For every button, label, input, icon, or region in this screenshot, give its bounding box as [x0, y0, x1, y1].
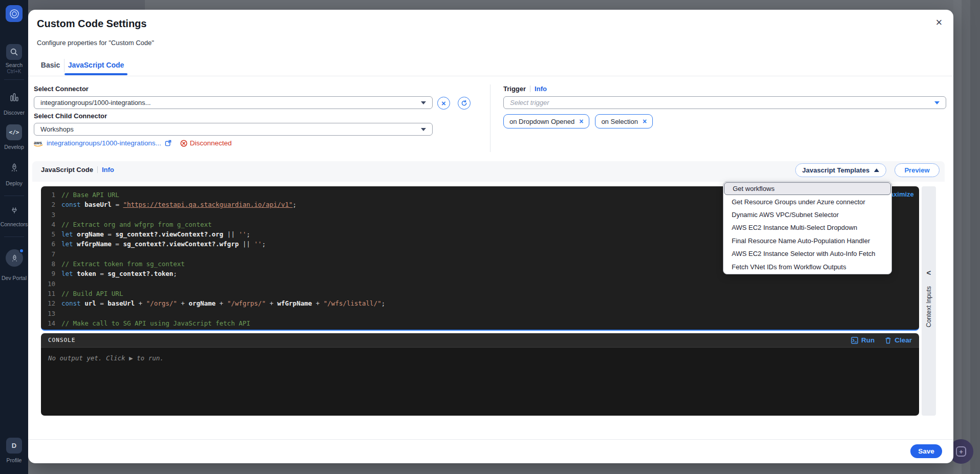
code-line: 13	[41, 309, 919, 318]
code-token: baseUrl	[108, 298, 135, 308]
template-menu-item[interactable]: Dynamic AWS VPC/Subnet Selector	[723, 208, 891, 221]
template-menu-item[interactable]: AWS EC2 Instance Selector with Auto-Info…	[723, 247, 891, 260]
javascript-code-info-link[interactable]: Info	[102, 166, 114, 174]
tab-javascript-code[interactable]: JavaScript Code	[65, 61, 127, 69]
sidebar-item-deploy[interactable]	[0, 163, 28, 172]
code-line: 12const url = baseUrl + "/orgs/" + orgNa…	[41, 298, 919, 308]
select-connector-label: Select Connector	[34, 85, 89, 93]
status-badge: Disconnected	[180, 139, 232, 147]
trigger-chip-label: on Dropdown Opened	[509, 118, 574, 125]
console-header: CONSOLE Run Clear	[41, 333, 919, 348]
code-token: +	[216, 298, 227, 308]
code-token: ;	[262, 239, 266, 249]
clear-connector-button[interactable]: ×	[437, 97, 450, 110]
custom-code-settings-modal: Custom Code Settings × Configure propert…	[28, 10, 953, 463]
close-icon[interactable]: ×	[932, 15, 946, 30]
sidebar-label-connectors: Connectors	[0, 221, 28, 227]
status-text: Disconnected	[190, 139, 232, 147]
remove-chip-icon[interactable]: ×	[579, 117, 583, 125]
trigger-label-text: Trigger	[503, 85, 526, 93]
remove-chip-icon[interactable]: ×	[643, 117, 647, 125]
code-token: "https://testapi.qa.stackguardian.io/api…	[123, 200, 292, 209]
code-token: // Make call to SG API using JavaScript …	[61, 318, 250, 328]
line-number: 11	[43, 289, 55, 298]
code-token: let	[61, 269, 73, 278]
code-token: ''	[239, 229, 246, 239]
select-trigger-dropdown[interactable]: Select trigger	[503, 96, 946, 109]
line-number: 3	[43, 210, 55, 220]
javascript-code-label: JavaScript CodeInfo	[41, 166, 114, 174]
plus-icon: +	[956, 446, 966, 457]
line-number: 5	[43, 229, 55, 239]
line-number: 1	[43, 190, 55, 200]
sidebar-label-develop: Develop	[0, 144, 28, 150]
preview-button[interactable]: Preview	[894, 163, 940, 177]
tab-basic[interactable]: Basic	[36, 61, 65, 69]
code-token: let	[61, 239, 73, 249]
chevron-left-icon: <	[922, 268, 936, 277]
sidebar-label-deploy: Deploy	[0, 180, 28, 186]
select-child-connector-dropdown[interactable]: Workshops	[34, 123, 433, 136]
line-number: 14	[43, 318, 55, 328]
code-token: +	[266, 298, 278, 308]
chevron-down-icon	[421, 101, 426, 104]
template-menu-item[interactable]: Get workflows	[724, 182, 891, 195]
select-trigger-placeholder: Select trigger	[510, 99, 549, 106]
console-empty-message: No output yet. Click ▶ to run.	[48, 354, 164, 362]
code-line: 11// Build API URL	[41, 289, 919, 298]
sidebar-item-search[interactable]	[6, 44, 22, 60]
active-tab-indicator	[65, 73, 127, 75]
sidebar-item-profile[interactable]: D	[6, 438, 22, 454]
trigger-info-link[interactable]: Info	[535, 85, 547, 93]
run-button[interactable]: Run	[851, 336, 875, 344]
code-token: sg_context?.token	[108, 269, 173, 278]
javascript-templates-button[interactable]: Javascript Templates	[795, 163, 886, 177]
line-number: 2	[43, 200, 55, 209]
sidebar-divider	[4, 79, 24, 80]
code-token: const	[61, 200, 81, 209]
code-token: ||	[239, 239, 254, 249]
rocket-icon	[10, 163, 19, 172]
notification-dot	[19, 248, 24, 253]
select-connector-dropdown[interactable]: integrationgroups/1000-integrations...	[34, 96, 433, 109]
app-logo[interactable]	[6, 5, 23, 22]
console-actions: Run Clear	[851, 336, 912, 344]
sidebar-item-discover[interactable]	[0, 93, 28, 102]
template-menu-item[interactable]: AWS EC2 Instance Multi-Select Dropdown	[723, 221, 891, 234]
sidebar-label-search: Search	[0, 62, 28, 68]
clear-button-label: Clear	[894, 336, 912, 344]
column-divider	[490, 84, 491, 152]
code-token: ||	[223, 229, 239, 239]
code-token: sg_context?.viewContext?.org	[115, 229, 223, 239]
save-button[interactable]: Save	[910, 444, 942, 458]
code-token: =	[104, 229, 116, 239]
code-token	[81, 200, 85, 209]
sidebar-item-develop[interactable]: </>	[6, 124, 22, 140]
clear-button[interactable]: Clear	[885, 336, 912, 344]
run-terminal-icon	[851, 337, 858, 344]
trigger-chip[interactable]: on Selection×	[595, 114, 653, 128]
context-inputs-panel-toggle[interactable]: < Context Inputs	[922, 186, 936, 416]
external-link-icon[interactable]	[165, 140, 172, 146]
refresh-connector-button[interactable]	[458, 97, 471, 110]
connector-link[interactable]: integrationgroups/1000-integrations...	[47, 139, 161, 147]
console-title: CONSOLE	[48, 337, 75, 343]
app-sidebar: Search Ctrl+K Discover </> Develop Deplo…	[0, 0, 28, 474]
template-menu-item[interactable]: Get Resource Groups under Azure connecto…	[723, 195, 891, 208]
code-icon: </>	[9, 129, 19, 136]
bar-chart-icon	[10, 93, 19, 102]
search-icon	[10, 48, 18, 56]
trigger-chip[interactable]: on Dropdown Opened×	[503, 114, 589, 128]
label-separator	[97, 166, 98, 173]
template-menu-item[interactable]: Final Resource Name Auto-Population Hand…	[723, 234, 891, 247]
code-token: ;	[381, 298, 386, 308]
code-token: =	[96, 298, 108, 308]
sidebar-divider	[4, 196, 24, 196]
code-token: const	[61, 298, 81, 308]
template-menu-item[interactable]: Fetch VNet IDs from Workflow Outputs	[723, 260, 891, 273]
sidebar-item-connectors[interactable]	[0, 206, 28, 215]
aws-logo-icon: aws	[34, 140, 43, 146]
app-root: { "sidebar": { "search_label": "Search",…	[0, 0, 980, 474]
code-token: wfGrpName	[77, 239, 112, 249]
chevron-down-icon	[421, 128, 426, 131]
